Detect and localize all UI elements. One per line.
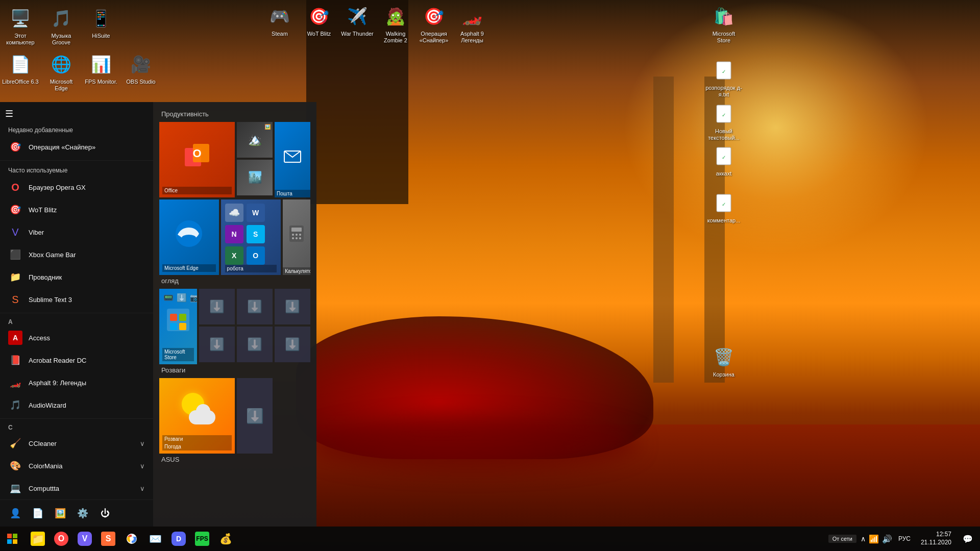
desktop-icon-wot[interactable]: 🎯 WoT Blitz	[299, 2, 339, 39]
notification-center[interactable]: 💬	[960, 527, 976, 551]
taskbar-icon-explorer[interactable]: 📁	[27, 528, 49, 550]
tile-work[interactable]: ☁️ W N S X O робота	[221, 199, 281, 275]
svg-rect-26	[179, 323, 186, 330]
tile-photos2[interactable]: 🏙️	[237, 160, 273, 195]
tray-wifi-icon[interactable]: 📶	[869, 534, 879, 544]
groove-label: Музыка Groove	[43, 33, 80, 46]
taskbar-explorer-icon: 📁	[31, 532, 45, 546]
taskbar-icon-mail[interactable]: ✉️	[144, 528, 166, 550]
ccleaner-arrow: ∨	[140, 440, 145, 447]
desktop-icon-schedule[interactable]: ✓ розпорядок д-я.txt	[703, 56, 744, 100]
svg-rect-15	[291, 228, 302, 232]
desktop-icon-edge[interactable]: 🌐 Microsoft Edge	[41, 50, 82, 94]
desktop-icon-sniper[interactable]: 🎯 Операция «Снайпер»	[413, 2, 454, 46]
start-photos-button[interactable]: 🖼️	[51, 504, 69, 522]
tile-dl5[interactable]: ⬇️	[237, 327, 273, 362]
desktop-icon-akkxt[interactable]: ✓ аккaxt	[703, 142, 744, 179]
start-user-button[interactable]: 👤	[6, 504, 24, 522]
desktop-icon-newtext[interactable]: ✓ Новый текстовый...	[703, 99, 744, 143]
start-menu-left: ☰ Недавно добавленные 🎯 Операция «Снайпе…	[0, 102, 153, 527]
svg-rect-27	[7, 534, 12, 538]
ccleaner-left: 🧹 CCleaner	[8, 436, 57, 450]
start-item-sublime[interactable]: S Sublime Text 3	[0, 288, 153, 311]
tile-dl3[interactable]: ⬇️	[275, 289, 310, 324]
start-button[interactable]	[0, 527, 24, 551]
desktop-icon-comment[interactable]: ✓ комментар...	[703, 189, 744, 226]
sublime-freq-label: Sublime Text 3	[29, 296, 72, 304]
newtext-icon: ✓	[712, 102, 736, 126]
svg-point-19	[292, 237, 294, 239]
recycle-icon: 🗑️	[712, 345, 736, 369]
wot-list-icon: 🎯	[8, 203, 22, 217]
tile-dl1[interactable]: ⬇️	[199, 289, 235, 324]
desktop-icon-asphalt[interactable]: 🏎️ Asphalt 9 Легенды	[452, 2, 493, 46]
start-item-opera[interactable]: O Браузер Opera GX	[0, 176, 153, 198]
hamburger-menu[interactable]: ☰	[5, 108, 13, 119]
tile-dl2[interactable]: ⬇️	[237, 289, 273, 324]
tile-photos1[interactable]: 🏔️ 🖼️	[237, 122, 273, 158]
start-settings-button[interactable]: ⚙️	[74, 504, 92, 522]
start-item-xbox[interactable]: ⬛ Xbox Game Bar	[0, 243, 153, 266]
start-item-explorer[interactable]: 📁 Проводник	[0, 266, 153, 288]
start-item-acrobat[interactable]: 📕 Acrobat Reader DC	[0, 349, 153, 371]
network-status[interactable]: От сети	[828, 535, 856, 543]
desktop-icon-groove[interactable]: 🎵 Музыка Groove	[41, 4, 82, 48]
desktop-icon-fps[interactable]: 📊 FPS Monitor.	[81, 50, 121, 87]
taskbar-icon-sublime[interactable]: S	[97, 528, 119, 550]
desktop-icon-war-thunder[interactable]: ✈️ War Thunder	[337, 2, 378, 39]
start-item-colormania[interactable]: 🎨 ColorMania ∨	[0, 455, 153, 477]
tile-office[interactable]: O Office	[159, 122, 235, 197]
work-word: W	[247, 204, 265, 222]
desktop-icon-zombie[interactable]: 🧟 Walking Zombie 2	[375, 2, 416, 46]
taskbar-icon-viber[interactable]: V	[74, 528, 96, 550]
tile-dl4[interactable]: ⬇️	[199, 327, 235, 362]
separator3	[0, 418, 153, 419]
language-indicator[interactable]: РУС	[896, 535, 913, 542]
start-item-asphalt[interactable]: 🏎️ Asphalt 9: Легенды	[0, 371, 153, 394]
desktop-icon-obs[interactable]: 🎥 OBS Studio	[120, 50, 161, 87]
tile-edge[interactable]: Microsoft Edge	[159, 199, 219, 275]
start-power-button[interactable]: ⏻	[96, 504, 114, 522]
audiowizard-icon: 🎵	[8, 398, 22, 412]
system-clock[interactable]: 12:57 21.11.2020	[917, 531, 955, 546]
ccleaner-icon: 🧹	[8, 436, 22, 450]
obs-icon: 🎥	[129, 52, 153, 77]
start-item-viber[interactable]: V Viber	[0, 221, 153, 243]
start-item-access[interactable]: A Access	[0, 327, 153, 349]
store-icon1: 📟	[163, 293, 174, 303]
svg-text:✓: ✓	[722, 155, 726, 160]
start-docs-button[interactable]: 📄	[29, 504, 47, 522]
taskbar-icon-money[interactable]: 💰	[214, 528, 237, 550]
tile-ent-dl[interactable]: ⬇️	[237, 378, 273, 454]
taskbar-icon-discord[interactable]: D	[167, 528, 190, 550]
schedule-icon: ✓	[712, 58, 736, 83]
tiles-row-2: Microsoft Edge ☁️ W N S X O	[159, 199, 310, 275]
edge-tile-icon	[162, 203, 216, 264]
start-item-wot[interactable]: 🎯 WoT Blitz	[0, 198, 153, 221]
taskbar-icon-chrome[interactable]	[120, 528, 143, 550]
desktop-icon-libreoffice[interactable]: 📄 LibreOffice 6.3	[0, 50, 41, 87]
tray-volume-icon[interactable]: 🔊	[882, 534, 892, 544]
svg-rect-28	[13, 534, 17, 538]
start-item-computtta[interactable]: 💻 Computtta ∨	[0, 477, 153, 499]
start-item-ccleaner[interactable]: 🧹 CCleaner ∨	[0, 432, 153, 455]
taskbar-icon-fps-taskbar[interactable]: FPS	[191, 528, 213, 550]
start-item-audiowizard[interactable]: 🎵 AudioWizard	[0, 394, 153, 416]
desktop-icon-ms-store-top[interactable]: 🛍️ Microsoft Store	[703, 2, 744, 46]
svg-point-20	[296, 237, 298, 239]
alpha-a: A	[0, 315, 153, 327]
recent-section-title: Недавно добавленные	[0, 122, 153, 136]
tray-chevron[interactable]: ∧	[861, 535, 866, 543]
tile-dl6[interactable]: ⬇️	[275, 327, 310, 362]
svg-rect-23	[170, 314, 177, 321]
desktop-icon-hisuite[interactable]: 📱 HiSuite	[81, 4, 121, 41]
tile-ms-store[interactable]: 📟 ⬇️ 📷 ⬇️ Microsoft Store	[159, 289, 197, 364]
tile-calc[interactable]: Калькулятор	[283, 199, 310, 275]
desktop-icon-recycle[interactable]: 🗑️ Корзина	[703, 343, 744, 380]
taskbar-icon-opera[interactable]: O	[50, 528, 72, 550]
start-item-sniper[interactable]: 🎯 Операция «Снайпер»	[0, 136, 153, 158]
desktop-icon-steam[interactable]: 🎮 Steam	[259, 2, 300, 39]
desktop-icon-this-pc[interactable]: 🖥️ Этот компьютер	[0, 4, 41, 48]
tile-mail[interactable]: Пошта	[275, 122, 310, 197]
tile-weather[interactable]: Розваги Погода	[159, 378, 235, 454]
